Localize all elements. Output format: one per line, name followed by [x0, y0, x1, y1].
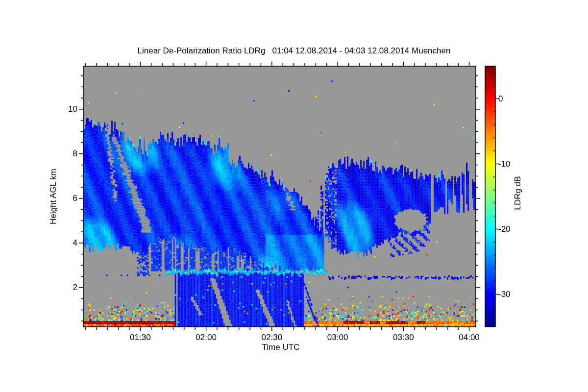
x-tick-label: 02:00: [184, 333, 228, 343]
x-tick-label: 03:00: [316, 333, 360, 343]
colorbar-tick-label: 0: [498, 94, 503, 104]
heatmap-canvas: [0, 0, 588, 392]
colorbar-tick-label: -30: [498, 290, 511, 299]
colorbar-tick-label: -10: [498, 159, 511, 169]
x-tick-label: 04:00: [447, 333, 491, 343]
colorbar-label: LDRg dB: [513, 176, 523, 210]
plot-title: Linear De-Polarization Ratio LDRg 01:04 …: [0, 46, 588, 56]
x-tick-label: 01:30: [118, 333, 162, 343]
x-tick-label: 02:30: [250, 333, 294, 343]
y-tick-label: 10: [0, 104, 77, 114]
colorbar-tick-label: -20: [498, 224, 511, 234]
y-tick-label: 8: [0, 149, 77, 159]
x-axis-label: Time UTC: [237, 343, 325, 352]
figure: Linear De-Polarization Ratio LDRg 01:04 …: [0, 0, 588, 392]
x-tick-label: 03:30: [381, 333, 425, 343]
y-tick-label: 4: [0, 238, 77, 248]
y-tick-label: 6: [0, 194, 77, 203]
y-tick-label: 2: [0, 283, 77, 293]
